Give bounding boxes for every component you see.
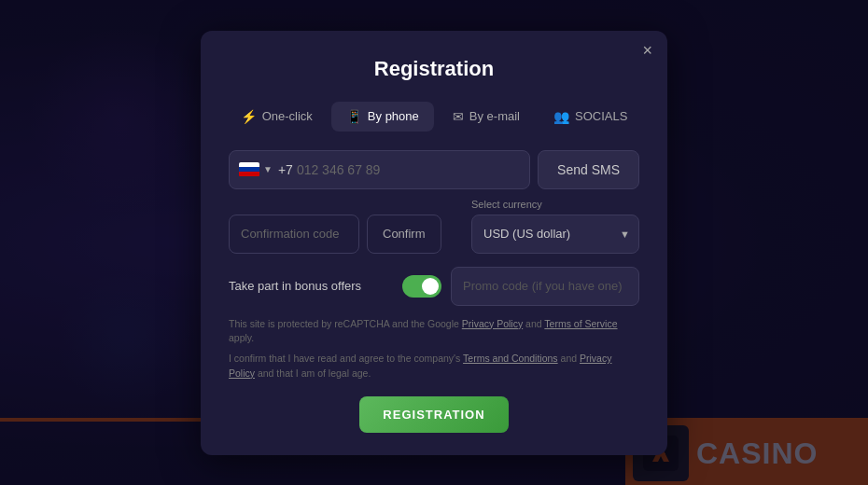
currency-label: Select currency bbox=[471, 199, 639, 210]
bonus-toggle[interactable] bbox=[402, 275, 441, 298]
phone-icon: 📱 bbox=[346, 109, 362, 124]
legal1-and: and bbox=[525, 318, 542, 329]
email-icon: ✉ bbox=[453, 109, 464, 124]
flag-chevron-icon: ▼ bbox=[263, 164, 273, 174]
tab-by-phone-label: By phone bbox=[368, 109, 419, 123]
terms-conditions-link[interactable]: Terms and Conditions bbox=[463, 353, 558, 364]
confirm-button[interactable]: Confirm bbox=[367, 215, 441, 254]
tab-socials-label: SOCIALS bbox=[575, 109, 627, 123]
registration-modal: × Registration ⚡ One-click 📱 By phone ✉ … bbox=[201, 31, 667, 455]
toggle-promo-row: Take part in bonus offers bbox=[229, 267, 639, 306]
country-selector[interactable]: ▼ bbox=[239, 162, 273, 177]
russia-flag bbox=[239, 162, 259, 177]
confirmation-code-input[interactable] bbox=[229, 215, 359, 254]
promo-code-input[interactable] bbox=[451, 267, 639, 306]
legal-text-2: I confirm that I have read and agree to … bbox=[229, 352, 639, 381]
socials-icon: 👥 bbox=[553, 109, 569, 124]
legal1-apply: apply. bbox=[229, 332, 254, 343]
legal2-and: and bbox=[561, 353, 578, 364]
modal-overlay: × Registration ⚡ One-click 📱 By phone ✉ … bbox=[0, 0, 868, 485]
tab-by-phone[interactable]: 📱 By phone bbox=[331, 102, 434, 132]
modal-title: Registration bbox=[229, 57, 639, 81]
legal2-prefix: I confirm that I have read and agree to … bbox=[229, 353, 460, 364]
close-button[interactable]: × bbox=[642, 42, 652, 59]
registration-button[interactable]: REGISTRATION bbox=[359, 396, 509, 433]
currency-select[interactable]: USD (US dollar) EUR (Euro) RUB (Russian … bbox=[471, 215, 639, 254]
registration-tabs: ⚡ One-click 📱 By phone ✉ By e-mail 👥 SOC… bbox=[229, 102, 639, 132]
confirmation-wrap: Confirm bbox=[229, 215, 464, 254]
legal1-prefix: This site is protected by reCAPTCHA and … bbox=[229, 318, 459, 329]
phone-row: ▼ +7 Send SMS bbox=[229, 150, 639, 189]
tab-by-email-label: By e-mail bbox=[469, 109, 520, 123]
confirmation-currency-row: Confirm Select currency USD (US dollar) … bbox=[229, 199, 639, 254]
lightning-icon: ⚡ bbox=[241, 109, 257, 124]
privacy-policy-link-1[interactable]: Privacy Policy bbox=[462, 318, 523, 329]
phone-country-code: +7 bbox=[278, 162, 293, 177]
legal-text-1: This site is protected by reCAPTCHA and … bbox=[229, 317, 639, 347]
terms-of-service-link-1[interactable]: Terms of Service bbox=[544, 318, 617, 329]
tab-socials[interactable]: 👥 SOCIALS bbox=[539, 102, 642, 132]
phone-input-wrapper: ▼ +7 bbox=[229, 150, 530, 189]
send-sms-button[interactable]: Send SMS bbox=[538, 150, 639, 189]
tab-one-click-label: One-click bbox=[262, 109, 313, 123]
currency-wrap: Select currency USD (US dollar) EUR (Eur… bbox=[471, 199, 639, 254]
bonus-toggle-label: Take part in bonus offers bbox=[229, 279, 393, 293]
phone-number-input[interactable] bbox=[297, 162, 520, 177]
tab-by-email[interactable]: ✉ By e-mail bbox=[438, 102, 535, 132]
legal2-suffix: and that I am of legal age. bbox=[258, 367, 371, 379]
tab-one-click[interactable]: ⚡ One-click bbox=[226, 102, 328, 132]
currency-select-wrap: USD (US dollar) EUR (Euro) RUB (Russian … bbox=[471, 215, 639, 254]
